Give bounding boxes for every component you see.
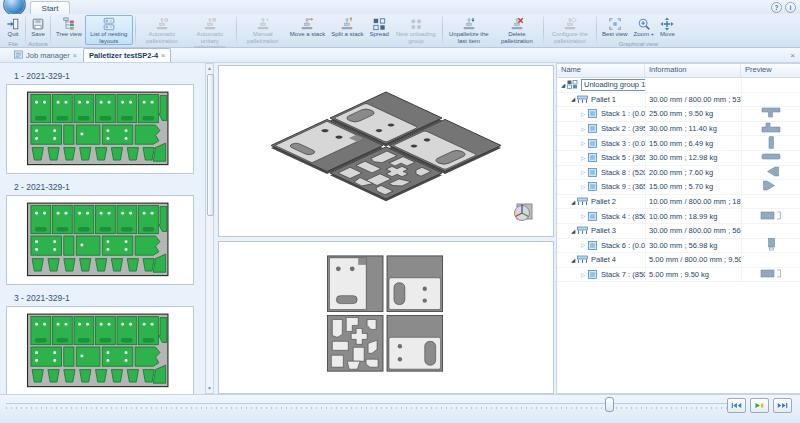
expander-collapsed-icon[interactable]: ▷: [579, 184, 587, 190]
table-row-stack-3-0-00-220-00[interactable]: ▷Stack 3 : (0.00 ; 220.00)15.00 mm ; 6.4…: [557, 136, 800, 151]
tab-palletizer-testsp2-4[interactable]: Palletizer testSP2-4×: [83, 48, 171, 62]
unpalletize-the-last-item-button[interactable]: Unpalletize the last item: [445, 15, 493, 45]
timeline-slider-thumb[interactable]: [605, 397, 614, 412]
list-of-nesting-layouts-button[interactable]: List of nesting layouts: [85, 15, 133, 45]
unpalletize-icon: [462, 17, 476, 31]
move-button[interactable]: Move: [657, 15, 678, 39]
spread-button[interactable]: Spread: [367, 15, 392, 45]
ribbon-button-label: Manual palletization: [242, 31, 284, 44]
column-header-name[interactable]: Name: [557, 64, 645, 77]
quit-button[interactable]: Quit: [3, 15, 23, 39]
expander-collapsed-icon[interactable]: ▷: [579, 169, 587, 175]
stack-icon: [587, 168, 598, 177]
cell-information: 15.00 mm ; 5.70 kg: [645, 180, 741, 194]
nesting-layout-thumbnail-1[interactable]: [6, 84, 194, 174]
scroll-down-icon[interactable]: ▼: [206, 384, 213, 393]
ribbon-tab-start[interactable]: Start: [30, 1, 70, 15]
stack-footprint-wide-bracket-icon: [759, 209, 783, 224]
go-to-end-button[interactable]: [773, 398, 792, 413]
cell-preview: [741, 93, 800, 107]
scrollbar-thumb[interactable]: [207, 74, 214, 216]
nesting-layout-thumbnail-3[interactable]: [6, 306, 194, 394]
ribbon-group-tasks: Manual palletizationMove a stackSplit a …: [238, 14, 441, 47]
row-name-text: Stack 5 : (365.00 ; 220...: [601, 153, 645, 162]
expander-collapsed-icon[interactable]: ▷: [579, 155, 587, 161]
nesting-layout-thumbnail-2[interactable]: [6, 195, 194, 285]
tab-label: Palletizer testSP2-4: [89, 51, 158, 60]
move-a-stack-button[interactable]: Move a stack: [287, 15, 328, 45]
automatic-unitary-palletization-button[interactable]: Automatic unitary palletization: [186, 15, 234, 52]
column-header-information[interactable]: Information: [645, 64, 741, 77]
expander-expanded-icon[interactable]: ◢: [569, 199, 577, 205]
table-row-stack-9-365-00-385[interactable]: ▷Stack 9 : (365.00 ; 385...15.00 mm ; 5.…: [557, 180, 800, 195]
cell-information: 30.00 mm ; 56.98 kg: [645, 239, 741, 253]
expander-collapsed-icon[interactable]: ▷: [579, 242, 587, 248]
close-tab-icon[interactable]: ×: [161, 52, 165, 59]
table-row-stack-7-850-00-850[interactable]: ▷Stack 7 : (850.00 ; 850...5.00 mm ; 9.5…: [557, 268, 800, 283]
stack-icon: [587, 241, 598, 250]
row-name-text: Pallet 3: [591, 226, 616, 235]
split-a-stack-button[interactable]: Split a stack: [328, 15, 366, 45]
timeline-slider[interactable]: [6, 403, 746, 404]
best-view-button[interactable]: Best view: [599, 15, 631, 39]
table-row-stack-6-0-00-850-00[interactable]: ▷Stack 6 : (0.00 ; 850.00)30.00 mm ; 56.…: [557, 239, 800, 254]
go-to-start-button[interactable]: [727, 398, 746, 413]
table-row-stack-8-520-00-220[interactable]: ▷Stack 8 : (520.00 ; 220...20.00 mm ; 7.…: [557, 166, 800, 181]
cell-preview: [741, 209, 800, 223]
stack-footprint-tee-down-icon: [759, 106, 783, 121]
play-button[interactable]: [750, 398, 769, 413]
help-button[interactable]: ?: [771, 2, 782, 13]
expander-expanded-icon[interactable]: ◢: [569, 257, 577, 263]
stack-footprint-bar-vertical-icon: [759, 136, 783, 151]
ribbon-group-label: Actions: [28, 40, 48, 48]
nesting-layout-label: 2 - 2021-329-1: [14, 182, 204, 192]
skip-back-icon: [731, 402, 742, 409]
expander-collapsed-icon[interactable]: ▷: [579, 111, 587, 117]
ribbon-button-label: Unpalletize the last item: [448, 31, 490, 44]
expander-expanded-icon[interactable]: ◢: [559, 82, 567, 88]
tree-view-button[interactable]: Tree view: [53, 15, 85, 45]
delete-palletization-button[interactable]: Delete palletization: [493, 15, 541, 45]
expander-expanded-icon[interactable]: ◢: [569, 96, 577, 102]
zoom-button[interactable]: Zoom +: [631, 15, 658, 39]
row-name-text: Pallet 2: [591, 197, 616, 206]
table-row-pallet-4[interactable]: ◢Pallet 45.00 mm / 800.00 mm ; 9.50 kg /…: [557, 253, 800, 268]
ribbon-group-label: [445, 46, 541, 47]
new-unloading-group-button[interactable]: New unloading group: [392, 15, 440, 45]
pallet-3d-viewport[interactable]: [218, 65, 554, 237]
tab-job-manager[interactable]: Job manager×: [8, 48, 83, 62]
table-row-pallet-2[interactable]: ◢Pallet 210.00 mm / 800.00 mm ; 18.99 k.…: [557, 195, 800, 210]
column-header-preview[interactable]: Preview: [741, 64, 800, 77]
save-button[interactable]: Save: [28, 15, 48, 39]
table-row-pallet-1[interactable]: ◢Pallet 130.00 mm / 800.00 mm ; 53.67 k.…: [557, 93, 800, 108]
table-row-unloading-group-1[interactable]: ◢Unloading group 1: [557, 78, 800, 93]
expander-expanded-icon[interactable]: ◢: [569, 228, 577, 234]
expander-collapsed-icon[interactable]: ▷: [579, 140, 587, 146]
table-row-stack-1-0-00-0-00[interactable]: ▷Stack 1 : (0.00 ; 0.00)25.00 mm ; 9.50 …: [557, 107, 800, 122]
cell-name: ▷Stack 1 : (0.00 ; 0.00): [557, 109, 645, 118]
close-tab-icon[interactable]: ×: [73, 52, 77, 59]
manual-palletization-button[interactable]: Manual palletization: [239, 15, 287, 45]
expander-collapsed-icon[interactable]: ▷: [579, 126, 587, 132]
cell-name: ◢Pallet 2: [557, 197, 645, 206]
ribbon-group-separator: [543, 16, 544, 45]
expander-collapsed-icon[interactable]: ▷: [579, 213, 587, 219]
cell-name: ▷Stack 6 : (0.00 ; 850.00): [557, 241, 645, 250]
table-row-stack-2-395-00-0-00[interactable]: ▷Stack 2 : (395.00 ; 0.00)30.00 mm ; 11.…: [557, 122, 800, 137]
table-row-pallet-3[interactable]: ◢Pallet 330.00 mm / 800.00 mm ; 56.98 k.…: [557, 224, 800, 239]
pallet-2d-viewport[interactable]: [218, 241, 554, 394]
table-row-stack-5-365-00-220[interactable]: ▷Stack 5 : (365.00 ; 220...30.00 mm ; 12…: [557, 151, 800, 166]
close-document-icon[interactable]: ×: [790, 51, 795, 60]
table-row-stack-4-850-00-0-00[interactable]: ▷Stack 4 : (850.00 ; 0.00)10.00 mm ; 18.…: [557, 209, 800, 224]
new-unloading-group-icon: [409, 17, 423, 31]
ribbon-group-label: File: [3, 40, 23, 48]
nesting-layouts-scrollbar[interactable]: ▲ ▼: [205, 63, 214, 394]
configure-the-palletization-button[interactable]: Configure the palletization: [546, 15, 594, 45]
ribbon-button-label: Tree view: [56, 31, 82, 38]
cell-information: 25.00 mm ; 9.50 kg: [645, 107, 741, 121]
expander-collapsed-icon[interactable]: ▷: [579, 272, 587, 278]
scroll-up-icon[interactable]: ▲: [206, 64, 213, 73]
info-button[interactable]: i: [785, 2, 796, 13]
pallet-icon: [577, 255, 588, 264]
automatic-palletization-button[interactable]: Automatic palletization: [138, 15, 186, 52]
